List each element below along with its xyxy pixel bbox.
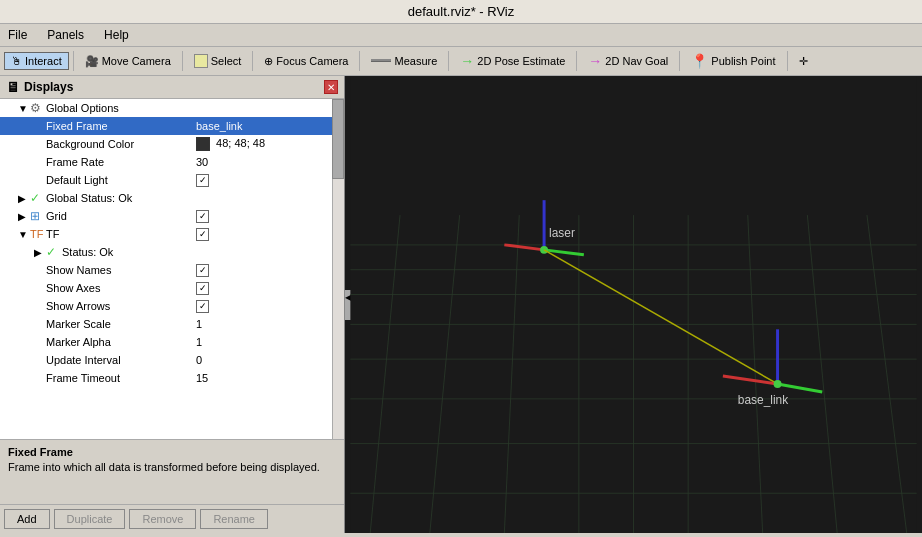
scrollbar[interactable] [332, 99, 344, 439]
toolbar: 🖱 Interact 🎥 Move Camera Select ⊕ Focus … [0, 47, 922, 76]
default-light-checkbox[interactable] [196, 174, 209, 187]
title-bar: default.rviz* - RViz [0, 0, 922, 24]
grid-icon: ⊞ [30, 209, 46, 223]
move-camera-button[interactable]: 🎥 Move Camera [78, 52, 178, 71]
list-item[interactable]: Update Interval 0 [0, 351, 344, 369]
list-item[interactable]: Marker Scale 1 [0, 315, 344, 333]
list-item[interactable]: Show Names [0, 261, 344, 279]
publish-icon: 📍 [691, 53, 708, 69]
gear-icon: ⚙ [30, 101, 46, 115]
tf-checkbox[interactable] [196, 228, 209, 241]
svg-text:base_link: base_link [738, 393, 788, 407]
toolbar-separator-7 [679, 51, 680, 71]
nav-icon: → [588, 53, 602, 69]
list-item[interactable]: ▼ TF TF [0, 225, 344, 243]
expand-icon[interactable]: ▼ [18, 103, 30, 114]
measure-icon [371, 59, 391, 62]
toolbar-separator [73, 51, 74, 71]
displays-title: 🖥 Displays [6, 79, 73, 95]
focus-icon: ⊕ [264, 55, 273, 68]
expand-icon[interactable]: ▶ [18, 193, 30, 204]
measure-button[interactable]: Measure [364, 52, 444, 70]
list-item[interactable]: ▼ ⚙ Global Options [0, 99, 344, 117]
toolbar-separator-4 [359, 51, 360, 71]
show-names-checkbox[interactable] [196, 264, 209, 277]
cursor-icon: 🖱 [11, 55, 22, 67]
main-layout: 🖥 Displays ✕ ▼ ⚙ Global Options Fixed Fr… [0, 76, 922, 533]
list-item[interactable]: Show Axes [0, 279, 344, 297]
info-title: Fixed Frame [8, 446, 336, 458]
bottom-buttons: Add Duplicate Remove Rename [0, 505, 344, 533]
svg-point-27 [774, 380, 782, 388]
close-displays-button[interactable]: ✕ [324, 80, 338, 94]
publish-point-button[interactable]: 📍 Publish Point [684, 50, 782, 72]
list-item[interactable]: Show Arrows [0, 297, 344, 315]
list-item[interactable]: Fixed Frame base_link [0, 117, 344, 135]
select-button[interactable]: Select [187, 51, 249, 71]
menu-panels[interactable]: Panels [43, 26, 88, 44]
tf-icon: TF [30, 228, 46, 240]
expand-icon[interactable]: ▶ [34, 247, 46, 258]
menu-bar: File Panels Help [0, 24, 922, 47]
toolbar-separator-8 [787, 51, 788, 71]
plus-icon: ✛ [799, 55, 808, 68]
check-green-icon: ✓ [30, 191, 46, 205]
tree-panel[interactable]: ▼ ⚙ Global Options Fixed Frame base_link… [0, 99, 344, 440]
duplicate-button[interactable]: Duplicate [54, 509, 126, 529]
app-title: default.rviz* - RViz [408, 4, 514, 19]
add-button[interactable]: Add [4, 509, 50, 529]
add-toolbar-button[interactable]: ✛ [792, 52, 815, 71]
info-panel: Fixed Frame Frame into which all data is… [0, 440, 344, 505]
list-item[interactable]: Marker Alpha 1 [0, 333, 344, 351]
list-item[interactable]: Default Light [0, 171, 344, 189]
scroll-thumb[interactable] [332, 99, 344, 179]
list-item[interactable]: ▶ ✓ Status: Ok [0, 243, 344, 261]
toolbar-separator-5 [448, 51, 449, 71]
remove-button[interactable]: Remove [129, 509, 196, 529]
color-swatch [196, 137, 210, 151]
show-arrows-checkbox[interactable] [196, 300, 209, 313]
pose-icon: → [460, 53, 474, 69]
select-icon [194, 54, 208, 68]
svg-text:laser: laser [549, 226, 575, 240]
menu-file[interactable]: File [4, 26, 31, 44]
menu-help[interactable]: Help [100, 26, 133, 44]
expand-icon[interactable]: ▶ [18, 211, 30, 222]
check-green-icon-2: ✓ [46, 245, 62, 259]
info-description: Frame into which all data is transformed… [8, 461, 336, 473]
expand-icon[interactable]: ▼ [18, 229, 30, 240]
toolbar-separator-6 [576, 51, 577, 71]
rename-button[interactable]: Rename [200, 509, 268, 529]
left-panel: 🖥 Displays ✕ ▼ ⚙ Global Options Fixed Fr… [0, 76, 345, 533]
grid-checkbox[interactable] [196, 210, 209, 223]
list-item[interactable]: ▶ ⊞ Grid [0, 207, 344, 225]
nav-goal-button[interactable]: → 2D Nav Goal [581, 50, 675, 72]
list-item[interactable]: Frame Rate 30 [0, 153, 344, 171]
toolbar-separator-2 [182, 51, 183, 71]
viewport-svg: laser base_link [345, 76, 922, 533]
list-item[interactable]: Background Color 48; 48; 48 [0, 135, 344, 153]
view-panel[interactable]: ◀ [345, 76, 922, 533]
pose-estimate-button[interactable]: → 2D Pose Estimate [453, 50, 572, 72]
svg-point-21 [540, 246, 548, 254]
interact-button[interactable]: 🖱 Interact [4, 52, 69, 70]
focus-camera-button[interactable]: ⊕ Focus Camera [257, 52, 355, 71]
displays-header: 🖥 Displays ✕ [0, 76, 344, 99]
camera-move-icon: 🎥 [85, 55, 99, 68]
list-item[interactable]: Frame Timeout 15 [0, 369, 344, 387]
toolbar-separator-3 [252, 51, 253, 71]
list-item[interactable]: ▶ ✓ Global Status: Ok [0, 189, 344, 207]
displays-icon: 🖥 [6, 79, 20, 95]
show-axes-checkbox[interactable] [196, 282, 209, 295]
canvas-area: laser base_link [345, 76, 922, 533]
